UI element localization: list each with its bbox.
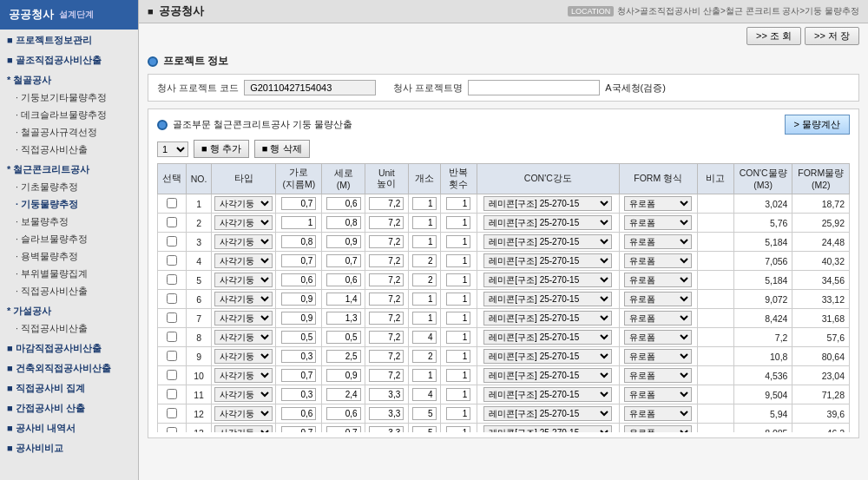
- row-checkbox-5[interactable]: [167, 293, 177, 304]
- sidebar-item-wall[interactable]: · 용벽물량추정: [0, 248, 138, 266]
- form-select-7[interactable]: 유로폼: [624, 330, 692, 345]
- cell-height-12[interactable]: [322, 424, 365, 433]
- conc-select-12[interactable]: 레미콘[구조] 25-270-15: [483, 425, 612, 432]
- repeat-input-8[interactable]: [446, 350, 470, 363]
- cell-height-0[interactable]: [322, 194, 365, 214]
- cell-checkbox-5[interactable]: [158, 290, 187, 309]
- cell-type-7[interactable]: 사각기둥: [212, 328, 276, 347]
- cell-conc-0[interactable]: 레미콘[구조] 25-270-15: [477, 194, 619, 214]
- form-select-6[interactable]: 유로폼: [624, 311, 692, 325]
- row-checkbox-3[interactable]: [167, 255, 177, 266]
- conc-select-9[interactable]: 레미콘[구조] 25-270-15: [483, 368, 612, 383]
- cell-repeat-4[interactable]: [440, 271, 477, 290]
- cell-checkbox-12[interactable]: [158, 424, 187, 433]
- conc-select-11[interactable]: 레미콘[구조] 25-270-15: [483, 406, 612, 421]
- cell-conc-9[interactable]: 레미콘[구조] 25-270-15: [477, 366, 619, 385]
- repeat-input-1[interactable]: [446, 216, 470, 229]
- cell-repeat-2[interactable]: [440, 233, 477, 252]
- cell-type-2[interactable]: 사각기둥: [212, 233, 276, 252]
- cell-conc-12[interactable]: 레미콘[구조] 25-270-15: [477, 424, 619, 433]
- conc-select-1[interactable]: 레미콘[구조] 25-270-15: [483, 215, 612, 230]
- row-checkbox-0[interactable]: [167, 198, 177, 208]
- cell-count-10[interactable]: [408, 385, 440, 404]
- cell-checkbox-4[interactable]: [158, 271, 187, 290]
- cell-repeat-8[interactable]: [440, 347, 477, 366]
- cell-checkbox-6[interactable]: [158, 309, 187, 328]
- cell-checkbox-11[interactable]: [158, 404, 187, 424]
- cell-form-12[interactable]: 유로폼: [619, 424, 697, 433]
- form-select-1[interactable]: 유로폼: [624, 215, 692, 230]
- cell-repeat-5[interactable]: [440, 290, 477, 309]
- cell-unit-12[interactable]: [365, 424, 408, 433]
- count-input-6[interactable]: [412, 312, 437, 325]
- cell-conc-10[interactable]: 레미콘[구조] 25-270-15: [477, 385, 619, 404]
- save-button[interactable]: >> 저 장: [805, 27, 859, 45]
- cell-conc-6[interactable]: 레미콘[구조] 25-270-15: [477, 309, 619, 328]
- count-input-0[interactable]: [412, 197, 437, 210]
- width-input-7[interactable]: [281, 331, 316, 344]
- unit-input-11[interactable]: [369, 407, 404, 420]
- lookup-button[interactable]: >> 조 회: [746, 27, 801, 45]
- cell-width-2[interactable]: [276, 233, 322, 252]
- height-input-6[interactable]: [326, 312, 361, 325]
- cell-width-10[interactable]: [276, 385, 322, 404]
- cell-checkbox-10[interactable]: [158, 385, 187, 404]
- count-input-12[interactable]: [412, 426, 437, 432]
- cell-width-9[interactable]: [276, 366, 322, 385]
- sidebar-item-statement[interactable]: ■ 공사비 내역서: [0, 418, 138, 437]
- cell-repeat-3[interactable]: [440, 252, 477, 271]
- cell-unit-2[interactable]: [365, 233, 408, 252]
- repeat-input-7[interactable]: [446, 331, 470, 344]
- cell-height-2[interactable]: [322, 233, 365, 252]
- cell-form-8[interactable]: 유로폼: [619, 347, 697, 366]
- row-checkbox-2[interactable]: [167, 236, 177, 247]
- width-input-9[interactable]: [281, 369, 316, 382]
- repeat-input-12[interactable]: [446, 426, 470, 432]
- sidebar-item-indirect[interactable]: ■ 간접공사비 산출: [0, 398, 138, 418]
- cell-width-7[interactable]: [276, 328, 322, 347]
- cell-height-4[interactable]: [322, 271, 365, 290]
- height-input-10[interactable]: [326, 388, 361, 401]
- form-select-4[interactable]: 유로폼: [624, 273, 692, 287]
- sidebar-item-direct-total[interactable]: ■ 직접공사비 집계: [0, 378, 138, 398]
- form-select-8[interactable]: 유로폼: [624, 349, 692, 364]
- row-checkbox-11[interactable]: [167, 408, 177, 418]
- del-row-button[interactable]: ■ 행 삭제: [254, 140, 310, 158]
- sidebar-item-direct-cost2[interactable]: · 직접공사비산출: [0, 283, 138, 300]
- conc-select-5[interactable]: 레미콘[구조] 25-270-15: [483, 292, 612, 306]
- width-input-2[interactable]: [281, 235, 316, 248]
- cell-height-10[interactable]: [322, 385, 365, 404]
- cell-width-4[interactable]: [276, 271, 322, 290]
- height-input-1[interactable]: [326, 216, 361, 229]
- cell-width-12[interactable]: [276, 424, 322, 433]
- form-select-3[interactable]: 유로폼: [624, 253, 692, 268]
- height-input-5[interactable]: [326, 293, 361, 306]
- type-select-1[interactable]: 사각기둥: [214, 215, 273, 230]
- cell-repeat-11[interactable]: [440, 404, 477, 424]
- repeat-input-6[interactable]: [446, 312, 470, 325]
- unit-input-9[interactable]: [369, 369, 404, 382]
- cell-conc-1[interactable]: 레미콘[구조] 25-270-15: [477, 214, 619, 233]
- cell-height-7[interactable]: [322, 328, 365, 347]
- unit-input-6[interactable]: [369, 312, 404, 325]
- sidebar-item-temp-direct[interactable]: · 직접공사비산출: [0, 320, 138, 338]
- form-select-10[interactable]: 유로폼: [624, 387, 692, 402]
- cell-count-4[interactable]: [408, 271, 440, 290]
- cell-form-5[interactable]: 유로폼: [619, 290, 697, 309]
- cell-conc-11[interactable]: 레미콘[구조] 25-270-15: [477, 404, 619, 424]
- cell-width-8[interactable]: [276, 347, 322, 366]
- calc-button[interactable]: > 물량계산: [785, 115, 850, 135]
- cell-unit-3[interactable]: [365, 252, 408, 271]
- cell-checkbox-0[interactable]: [158, 194, 187, 214]
- cell-repeat-9[interactable]: [440, 366, 477, 385]
- cell-conc-3[interactable]: 레미콘[구조] 25-270-15: [477, 252, 619, 271]
- cell-type-11[interactable]: 사각기둥: [212, 404, 276, 424]
- cell-form-1[interactable]: 유로폼: [619, 214, 697, 233]
- unit-input-7[interactable]: [369, 331, 404, 344]
- cell-unit-10[interactable]: [365, 385, 408, 404]
- cell-repeat-10[interactable]: [440, 385, 477, 404]
- cell-conc-8[interactable]: 레미콘[구조] 25-270-15: [477, 347, 619, 366]
- cell-count-6[interactable]: [408, 309, 440, 328]
- cell-repeat-6[interactable]: [440, 309, 477, 328]
- sidebar-item-foundation[interactable]: · 기초물량추정: [0, 179, 138, 196]
